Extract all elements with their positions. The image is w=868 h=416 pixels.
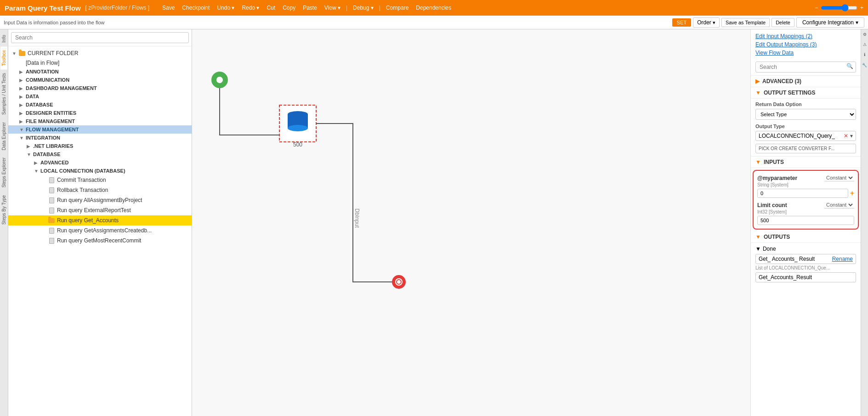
chevron-down-outputs-icon: ▼ (755, 234, 761, 240)
tree-item-run-query-ext[interactable]: Run query ExternalReportTest (8, 205, 192, 215)
right-tab-2[interactable]: ⚠ (862, 39, 868, 50)
advanced-section-header[interactable]: ▶ ADVANCED (3) (751, 76, 861, 87)
right-tab-1[interactable]: ⚙ (862, 29, 868, 39)
save-button[interactable]: Save (159, 3, 178, 13)
result-value-label: Get_Accounts_Result (759, 274, 812, 281)
outputs-section-header[interactable]: ▼ OUTPUTS (751, 231, 861, 243)
tree-item-annotation[interactable]: ▶ ANNOTATION (8, 67, 192, 76)
param-add-icon[interactable]: + (850, 189, 854, 197)
order-button[interactable]: Order ▾ (693, 17, 720, 28)
result-label: Get_ Accounts_ Result (759, 256, 815, 262)
return-data-option-select[interactable]: Select Type (755, 109, 856, 120)
tree-item-net-libraries[interactable]: ▶ .NET LIBRARIES (8, 142, 192, 150)
right-tab-3[interactable]: ℹ (862, 50, 868, 60)
dependencies-button[interactable]: Dependencies (412, 3, 455, 13)
pick-converter-button[interactable]: PICK OR CREATE CONVERTER F... (755, 144, 856, 153)
right-panel-links: Edit Input Mappings (2) Edit Output Mapp… (751, 29, 861, 76)
search-input[interactable] (11, 32, 189, 43)
limit-count-type-select[interactable]: Constant (824, 202, 854, 208)
page-icon-run-assign (48, 227, 55, 234)
tab-steps-explorer[interactable]: Steps Explorer (0, 154, 7, 191)
tree-item-run-query-most-recent[interactable]: Run query GetMostRecentCommit (8, 236, 192, 246)
tree-item-run-query-all[interactable]: Run query AllAssignmentByProject (8, 195, 192, 205)
end-pin-outer (392, 275, 406, 289)
param-sublabel: String [System] (757, 182, 854, 187)
view-button[interactable]: View ▾ (321, 3, 344, 13)
rename-link[interactable]: Rename (832, 256, 853, 262)
tree-item-commit-transaction[interactable]: Commit Transaction (8, 175, 192, 185)
limit-count-value-input[interactable] (757, 216, 854, 225)
folder-arrow-current: ▼ (12, 51, 18, 56)
arrow-annotation: ▶ (19, 69, 26, 74)
set-button[interactable]: SET (672, 18, 691, 27)
tab-data-explorer[interactable]: Data Explorer (0, 118, 7, 154)
copy-button[interactable]: Copy (279, 3, 299, 13)
canvas-area[interactable]: 500 DbInput (192, 29, 750, 416)
tree-item-data-in-flow[interactable]: [Data in Flow] (8, 58, 192, 67)
zoom-slider[interactable] (821, 4, 857, 11)
app-title: Param Query Test Flow (5, 4, 81, 12)
paste-button[interactable]: Paste (299, 3, 321, 13)
limit-count-row: Limit count Constant (757, 202, 854, 208)
tree-item-data[interactable]: ▶ DATA (8, 92, 192, 101)
tree-item-database2[interactable]: ▼ DATABASE (8, 150, 192, 158)
tab-info[interactable]: Info (0, 31, 7, 46)
toolbox-panel: ▼ CURRENT FOLDER [Data in Flow] ▶ ANNOTA… (8, 29, 192, 416)
tree-item-integration[interactable]: ▼ INTEGRATION (8, 134, 192, 142)
right-tab-4[interactable]: 🔧 (862, 60, 868, 70)
arrow-file-mgmt: ▶ (19, 119, 26, 124)
limit-count-label: Limit count (757, 202, 787, 208)
save-as-template-button[interactable]: Save as Template (721, 18, 770, 27)
checkpoint-button[interactable]: Checkpoint (178, 3, 213, 13)
delete-button[interactable]: Delete (772, 18, 794, 27)
db-node-rect[interactable] (279, 105, 316, 142)
done-row[interactable]: ▼ Done (755, 246, 856, 252)
configure-integration-button[interactable]: Configure Integration ▾ (796, 17, 864, 28)
output-settings-label: OUTPUT SETTINGS (764, 90, 816, 96)
done-label: Done (763, 246, 776, 252)
output-type-clear-icon[interactable]: ✕ (844, 133, 848, 139)
tree-item-dashboard-management[interactable]: ▶ DASHBOARD MANAGEMENT (8, 84, 192, 92)
db-icon-bottom (288, 125, 308, 131)
current-folder-label: CURRENT FOLDER (28, 50, 78, 56)
tree-item-run-query-assignments[interactable]: Run query GetAssignmentsCreatedb... (8, 225, 192, 236)
undo-button[interactable]: Undo ▾ (213, 3, 238, 13)
debug-button[interactable]: Debug ▾ (349, 3, 377, 13)
output-type-chevron-icon[interactable]: ▾ (850, 133, 853, 139)
tree-item-file-management[interactable]: ▶ FILE MANAGEMENT (8, 117, 192, 125)
start-pin (211, 72, 228, 88)
zoom-slider-area: − + (815, 4, 863, 11)
param-value-input[interactable] (757, 189, 848, 198)
tree-item-run-query-get[interactable]: Run query Get_Accounts (8, 215, 192, 225)
compare-button[interactable]: Compare (382, 3, 412, 13)
tab-toolbox[interactable]: Toolbox (0, 46, 7, 69)
breadcrumb: [ zProviderFolder / Flows ] (85, 5, 149, 11)
zoom-minus-icon[interactable]: − (815, 5, 818, 11)
toolbar2: Input Data is information passed into th… (0, 16, 868, 29)
zoom-plus-icon[interactable]: + (860, 5, 863, 11)
tree-item-database[interactable]: ▶ DATABASE (8, 101, 192, 109)
edit-input-mappings-link[interactable]: Edit Input Mappings (2) (755, 32, 856, 40)
edit-output-mappings-link[interactable]: Edit Output Mappings (3) (755, 40, 856, 49)
arrow-designer: ▶ (19, 111, 26, 116)
tree-item-communication[interactable]: ▶ COMMUNICATION (8, 76, 192, 84)
output-settings-header[interactable]: ▼ OUTPUT SETTINGS (751, 87, 861, 99)
output-type-value: LOCALCONNECTION_Query_ (759, 133, 844, 139)
tree-item-local-connection[interactable]: ▼ LOCAL CONNECTION (DATABASE) (8, 167, 192, 175)
tab-steps-by-type[interactable]: Steps By Type (0, 191, 7, 228)
param-myparameter-row: @myparameter Constant (757, 174, 854, 181)
tree-item-designer-entities[interactable]: ▶ DESIGNER ENTITIES (8, 109, 192, 117)
param-type-select[interactable]: Constant (824, 174, 854, 181)
inputs-section-header[interactable]: ▼ INPUTS (751, 157, 861, 168)
left-tabs-panel: Info Toolbox Samples / Unit Tests Data E… (0, 29, 8, 416)
tab-samples[interactable]: Samples / Unit Tests (0, 69, 7, 118)
view-flow-data-link[interactable]: View Flow Data (755, 49, 856, 57)
tree-item-rollback-transaction[interactable]: Rollback Transaction (8, 185, 192, 195)
cut-button[interactable]: Cut (263, 3, 279, 13)
tree-item-flow-management[interactable]: ▼ FLOW MANAGEMENT (8, 125, 192, 134)
redo-button[interactable]: Redo ▾ (238, 3, 263, 13)
tree-item-advanced[interactable]: ▶ ADVANCED (8, 158, 192, 167)
right-panel-search-input[interactable] (755, 62, 856, 73)
folder-icon-current (18, 50, 26, 57)
sep2: | (379, 5, 380, 11)
